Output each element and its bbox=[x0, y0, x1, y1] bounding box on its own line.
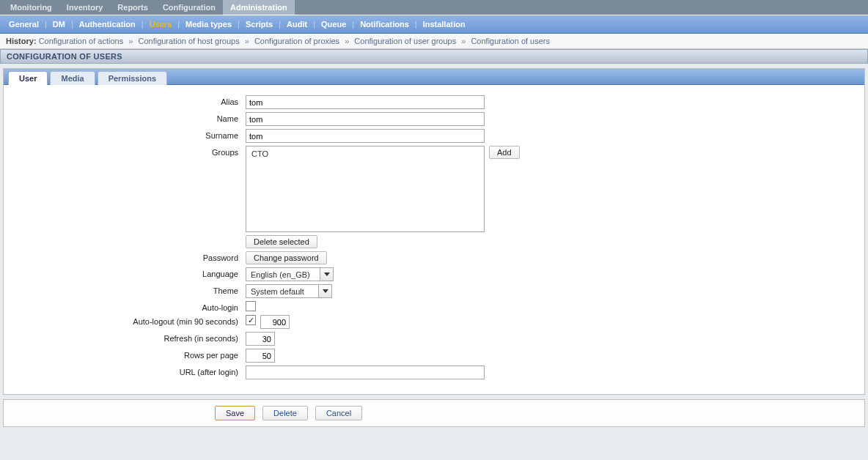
chevron-right-icon: » bbox=[342, 37, 352, 45]
topnav-inventory[interactable]: Inventory bbox=[59, 0, 111, 15]
tab-user[interactable]: User bbox=[8, 71, 48, 85]
topnav-monitoring[interactable]: Monitoring bbox=[3, 0, 59, 15]
delete-button[interactable]: Delete bbox=[262, 406, 308, 420]
theme-label: Theme bbox=[18, 284, 246, 295]
language-value: English (en_GB) bbox=[246, 269, 317, 281]
subnav-notifications[interactable]: Notifications bbox=[354, 18, 415, 30]
change-password-button[interactable]: Change password bbox=[246, 251, 327, 264]
tab-row: User Media Permissions bbox=[4, 69, 864, 85]
rows-input[interactable] bbox=[246, 349, 275, 363]
topnav-administration[interactable]: Administration bbox=[223, 0, 295, 15]
history-link[interactable]: Configuration of proxies bbox=[254, 37, 339, 45]
groups-listbox[interactable]: CTO bbox=[246, 146, 485, 232]
groups-option[interactable]: CTO bbox=[250, 149, 480, 159]
tab-media[interactable]: Media bbox=[50, 71, 95, 85]
history-link[interactable]: Configuration of user groups bbox=[354, 37, 456, 45]
chevron-down-icon[interactable] bbox=[320, 268, 333, 281]
auto-logout-label: Auto-logout (min 90 seconds) bbox=[18, 315, 246, 326]
alias-label: Alias bbox=[18, 95, 246, 106]
tab-permissions[interactable]: Permissions bbox=[98, 71, 167, 85]
language-select[interactable]: English (en_GB) bbox=[246, 267, 334, 281]
subnav-general[interactable]: General bbox=[3, 18, 45, 30]
name-label: Name bbox=[18, 112, 246, 123]
chevron-down-icon[interactable] bbox=[318, 285, 331, 297]
auto-logout-input[interactable] bbox=[260, 315, 290, 329]
form-footer: Save Delete Cancel bbox=[3, 399, 865, 427]
surname-label: Surname bbox=[18, 129, 246, 140]
subnav-installation[interactable]: Installation bbox=[417, 18, 471, 30]
user-form: Alias Name Surname Groups CTO Delete sel… bbox=[4, 85, 864, 394]
groups-label: Groups bbox=[18, 146, 246, 157]
chevron-right-icon: » bbox=[242, 37, 252, 45]
chevron-right-icon: » bbox=[458, 37, 468, 45]
page-title: CONFIGURATION OF USERS bbox=[0, 49, 868, 64]
url-input[interactable] bbox=[246, 366, 485, 379]
breadcrumb: History: Configuration of actions » Conf… bbox=[0, 34, 868, 49]
surname-input[interactable] bbox=[246, 129, 485, 143]
theme-select[interactable]: System default bbox=[246, 284, 332, 298]
history-link[interactable]: Configuration of users bbox=[471, 37, 550, 45]
subnav-scripts[interactable]: Scripts bbox=[240, 18, 279, 30]
password-label: Password bbox=[18, 251, 246, 262]
auto-login-label: Auto-login bbox=[18, 301, 246, 312]
save-button[interactable]: Save bbox=[215, 406, 255, 420]
subnav-queue[interactable]: Queue bbox=[315, 18, 352, 30]
language-label: Language bbox=[18, 267, 246, 278]
auto-login-checkbox[interactable] bbox=[246, 301, 256, 311]
check-icon: ✓ bbox=[248, 316, 254, 324]
topnav-reports[interactable]: Reports bbox=[110, 0, 155, 15]
auto-logout-checkbox[interactable]: ✓ bbox=[246, 315, 256, 325]
history-link[interactable]: Configuration of actions bbox=[39, 37, 124, 45]
subnav-media-types[interactable]: Media types bbox=[180, 18, 238, 30]
rows-label: Rows per page bbox=[18, 349, 246, 360]
refresh-input[interactable] bbox=[246, 332, 275, 346]
history-label: History: bbox=[6, 37, 37, 45]
add-group-button[interactable]: Add bbox=[489, 146, 520, 159]
refresh-label: Refresh (in seconds) bbox=[18, 332, 246, 343]
subnav-authentication[interactable]: Authentication bbox=[73, 18, 141, 30]
subnav-users[interactable]: Users bbox=[144, 18, 178, 30]
cancel-button[interactable]: Cancel bbox=[315, 406, 362, 420]
alias-input[interactable] bbox=[246, 95, 485, 109]
history-link[interactable]: Configuration of host groups bbox=[138, 37, 239, 45]
sub-nav: General| DM| Authentication| Users| Medi… bbox=[0, 15, 868, 34]
delete-selected-button[interactable]: Delete selected bbox=[246, 235, 317, 248]
url-label: URL (after login) bbox=[18, 366, 246, 376]
theme-value: System default bbox=[246, 286, 315, 297]
chevron-right-icon: » bbox=[125, 37, 136, 45]
name-input[interactable] bbox=[246, 112, 485, 126]
subnav-audit[interactable]: Audit bbox=[281, 18, 313, 30]
top-nav: Monitoring Inventory Reports Configurati… bbox=[0, 0, 868, 15]
topnav-configuration[interactable]: Configuration bbox=[155, 0, 223, 15]
subnav-dm[interactable]: DM bbox=[47, 18, 71, 30]
content-panel: User Media Permissions Alias Name Surnam… bbox=[3, 68, 865, 395]
